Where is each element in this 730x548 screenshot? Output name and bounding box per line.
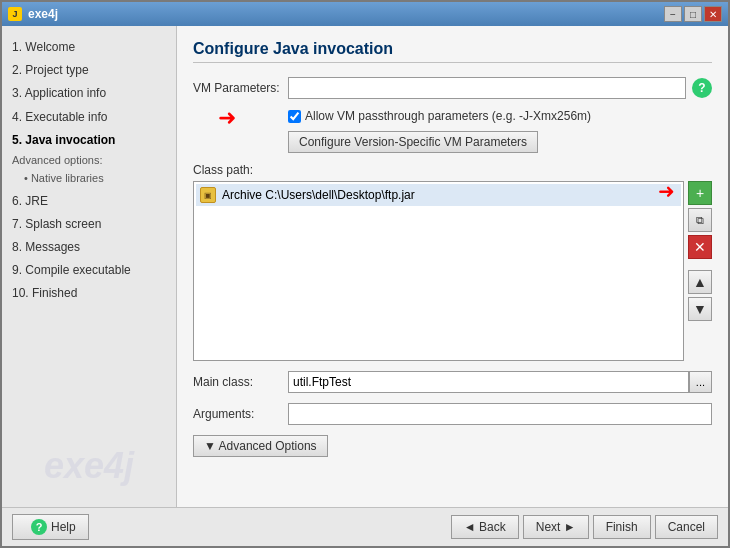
minimize-button[interactable]: − (664, 6, 682, 22)
cancel-button[interactable]: Cancel (655, 515, 718, 539)
panel-title: Configure Java invocation (193, 40, 712, 63)
sidebar-item-project-type[interactable]: 2. Project type (8, 59, 170, 82)
sidebar-item-exec-info[interactable]: 4. Executable info (8, 106, 170, 129)
sidebar-item-native-libraries[interactable]: • Native libraries (8, 168, 170, 190)
next-button[interactable]: Next ► (523, 515, 589, 539)
classpath-area: ▣ Archive C:\Users\dell\Desktop\ftp.jar … (193, 181, 712, 361)
help-circle-icon: ? (31, 519, 47, 535)
classpath-copy-button[interactable]: ⧉ (688, 208, 712, 232)
copy-icon: ⧉ (696, 214, 704, 227)
sidebar-item-java-invocation[interactable]: 5. Java invocation (8, 129, 170, 152)
main-class-input[interactable] (288, 371, 689, 393)
classpath-down-button[interactable]: ▼ (688, 297, 712, 321)
help-icon[interactable]: ? (692, 78, 712, 98)
advanced-options-container: ▼ Advanced Options (193, 435, 712, 457)
classpath-add-button[interactable]: + (688, 181, 712, 205)
checkbox-container: ➜ Allow VM passthrough parameters (e.g. … (288, 109, 712, 123)
arguments-input[interactable] (288, 403, 712, 425)
back-button[interactable]: ◄ Back (451, 515, 519, 539)
sidebar-item-splash-screen[interactable]: 7. Splash screen (8, 213, 170, 236)
jar-icon: ▣ (200, 187, 216, 203)
classpath-up-button[interactable]: ▲ (688, 270, 712, 294)
arguments-row: Arguments: (193, 403, 712, 425)
vm-params-row: VM Parameters: ? (193, 77, 712, 99)
classpath-buttons: ➜ + ⧉ ✕ ▲ ▼ (688, 181, 712, 361)
main-class-row: Main class: ... (193, 371, 712, 393)
classpath-section-label: Class path: (193, 163, 712, 177)
configure-vm-params-button[interactable]: Configure Version-Specific VM Parameters (288, 131, 538, 153)
classpath-item-label: Archive C:\Users\dell\Desktop\ftp.jar (222, 188, 415, 202)
footer-left: ? Help (12, 514, 89, 540)
sidebar-advanced-label: Advanced options: (8, 152, 170, 168)
down-icon: ▼ (693, 301, 707, 317)
main-class-label: Main class: (193, 375, 288, 389)
classpath-delete-button[interactable]: ✕ (688, 235, 712, 259)
arguments-label: Arguments: (193, 407, 288, 421)
title-bar-left: J exe4j (8, 7, 58, 21)
main-window: J exe4j − □ ✕ 1. Welcome 2. Project type… (0, 0, 730, 548)
finish-button[interactable]: Finish (593, 515, 651, 539)
add-btn-container: ➜ + (688, 181, 712, 205)
sidebar-item-messages[interactable]: 8. Messages (8, 236, 170, 259)
close-button[interactable]: ✕ (704, 6, 722, 22)
footer-right: ◄ Back Next ► Finish Cancel (451, 515, 718, 539)
classpath-item[interactable]: ▣ Archive C:\Users\dell\Desktop\ftp.jar (196, 184, 681, 206)
sidebar-item-finished[interactable]: 10. Finished (8, 282, 170, 305)
vm-params-label: VM Parameters: (193, 81, 288, 95)
vm-passthrough-label: Allow VM passthrough parameters (e.g. -J… (305, 109, 591, 123)
app-icon: J (8, 7, 22, 21)
help-button[interactable]: ? Help (12, 514, 89, 540)
vm-passthrough-checkbox[interactable] (288, 110, 301, 123)
sidebar-watermark: exe4j (44, 445, 134, 487)
sidebar-item-app-info[interactable]: 3. Application info (8, 82, 170, 105)
classpath-list[interactable]: ▣ Archive C:\Users\dell\Desktop\ftp.jar (193, 181, 684, 361)
main-class-browse-button[interactable]: ... (689, 371, 712, 393)
sidebar-item-compile-executable[interactable]: 9. Compile executable (8, 259, 170, 282)
help-label: Help (51, 520, 76, 534)
up-icon: ▲ (693, 274, 707, 290)
footer: ? Help ◄ Back Next ► Finish Cancel (2, 507, 728, 546)
title-controls: − □ ✕ (664, 6, 722, 22)
window-title: exe4j (28, 7, 58, 21)
maximize-button[interactable]: □ (684, 6, 702, 22)
red-arrow-vm-checkbox: ➜ (218, 105, 236, 131)
title-bar: J exe4j − □ ✕ (2, 2, 728, 26)
sidebar-item-jre[interactable]: 6. JRE (8, 190, 170, 213)
sidebar: 1. Welcome 2. Project type 3. Applicatio… (2, 26, 177, 507)
main-panel: Configure Java invocation VM Parameters:… (177, 26, 728, 507)
vm-params-input[interactable] (288, 77, 686, 99)
sidebar-item-welcome[interactable]: 1. Welcome (8, 36, 170, 59)
advanced-options-button[interactable]: ▼ Advanced Options (193, 435, 328, 457)
content-area: 1. Welcome 2. Project type 3. Applicatio… (2, 26, 728, 507)
vm-config-btn-container: Configure Version-Specific VM Parameters (288, 131, 712, 153)
